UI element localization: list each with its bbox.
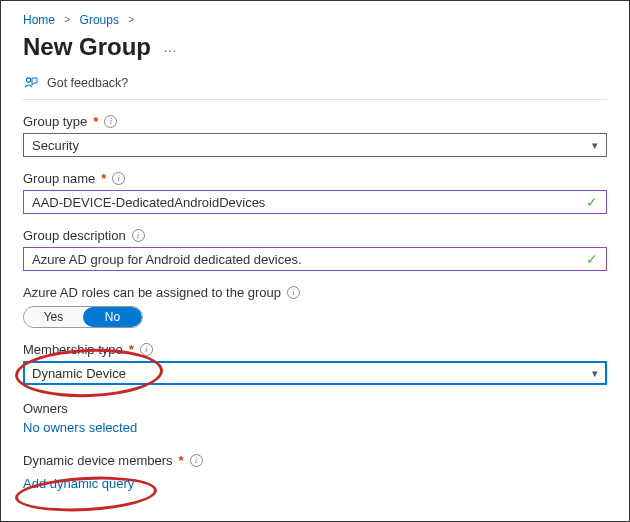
- page-title-text: New Group: [23, 33, 151, 61]
- info-icon[interactable]: i: [190, 454, 203, 467]
- group-description-label: Group description i: [23, 228, 607, 243]
- divider: [23, 99, 607, 100]
- add-dynamic-query-link[interactable]: Add dynamic query: [23, 476, 134, 491]
- group-name-input[interactable]: AAD-DEVICE-DedicatedAndroidDevices ✓: [23, 190, 607, 214]
- checkmark-icon: ✓: [586, 194, 598, 210]
- aad-roles-label: Azure AD roles can be assigned to the gr…: [23, 285, 607, 300]
- aad-roles-no-button[interactable]: No: [83, 307, 142, 327]
- membership-type-label-text: Membership type: [23, 342, 123, 357]
- group-type-label-text: Group type: [23, 114, 87, 129]
- membership-type-select[interactable]: Dynamic Device ▾: [23, 361, 607, 385]
- membership-type-value: Dynamic Device: [32, 366, 126, 381]
- membership-type-label: Membership type * i: [23, 342, 607, 357]
- group-description-value: Azure AD group for Android dedicated dev…: [32, 252, 302, 267]
- feedback-label: Got feedback?: [47, 76, 128, 90]
- info-icon[interactable]: i: [104, 115, 117, 128]
- owners-selected-link[interactable]: No owners selected: [23, 420, 137, 435]
- checkmark-icon: ✓: [586, 251, 598, 267]
- page-title: New Group …: [23, 33, 607, 61]
- group-name-label-text: Group name: [23, 171, 95, 186]
- chevron-down-icon: ▾: [592, 367, 598, 380]
- feedback-button[interactable]: Got feedback?: [23, 75, 607, 91]
- aad-roles-pill-group: Yes No: [23, 306, 143, 328]
- required-icon: *: [179, 453, 184, 468]
- info-icon[interactable]: i: [140, 343, 153, 356]
- info-icon[interactable]: i: [112, 172, 125, 185]
- aad-roles-label-text: Azure AD roles can be assigned to the gr…: [23, 285, 281, 300]
- group-type-value: Security: [32, 138, 79, 153]
- group-description-input[interactable]: Azure AD group for Android dedicated dev…: [23, 247, 607, 271]
- group-description-label-text: Group description: [23, 228, 126, 243]
- required-icon: *: [129, 342, 134, 357]
- more-actions-icon[interactable]: …: [163, 39, 177, 55]
- owners-label: Owners: [23, 401, 607, 416]
- breadcrumb-sep-icon: >: [64, 14, 70, 25]
- group-type-label: Group type * i: [23, 114, 607, 129]
- info-icon[interactable]: i: [132, 229, 145, 242]
- dynamic-members-label: Dynamic device members * i: [23, 453, 607, 468]
- svg-point-0: [26, 78, 30, 82]
- breadcrumb-home[interactable]: Home: [23, 13, 55, 27]
- group-type-select[interactable]: Security ▾: [23, 133, 607, 157]
- info-icon[interactable]: i: [287, 286, 300, 299]
- required-icon: *: [101, 171, 106, 186]
- dynamic-members-label-text: Dynamic device members: [23, 453, 173, 468]
- aad-roles-toggle: Yes No: [23, 306, 607, 328]
- chevron-down-icon: ▾: [592, 139, 598, 152]
- required-icon: *: [93, 114, 98, 129]
- breadcrumb-groups[interactable]: Groups: [80, 13, 119, 27]
- feedback-icon: [23, 75, 39, 91]
- breadcrumb-sep-icon: >: [128, 14, 134, 25]
- group-name-value: AAD-DEVICE-DedicatedAndroidDevices: [32, 195, 265, 210]
- breadcrumb: Home > Groups >: [23, 13, 607, 27]
- aad-roles-yes-button[interactable]: Yes: [24, 307, 83, 327]
- group-name-label: Group name * i: [23, 171, 607, 186]
